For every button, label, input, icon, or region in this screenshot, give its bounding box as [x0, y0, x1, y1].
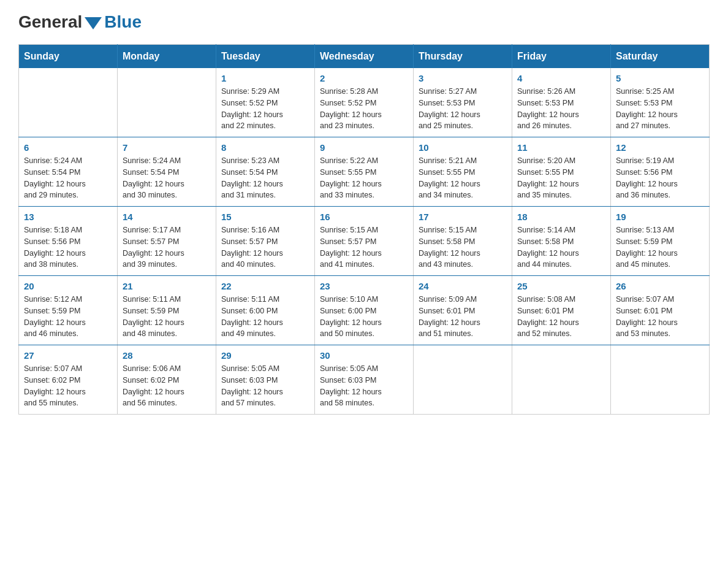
day-number: 19: [616, 212, 704, 222]
calendar-cell: 19Sunrise: 5:13 AM Sunset: 5:59 PM Dayli…: [611, 207, 710, 276]
day-info: Sunrise: 5:06 AM Sunset: 6:02 PM Dayligh…: [123, 363, 211, 409]
calendar-cell: 24Sunrise: 5:09 AM Sunset: 6:01 PM Dayli…: [414, 276, 512, 345]
day-number: 1: [221, 73, 309, 83]
day-info: Sunrise: 5:12 AM Sunset: 5:59 PM Dayligh…: [24, 294, 112, 340]
day-number: 9: [320, 142, 408, 153]
day-info: Sunrise: 5:14 AM Sunset: 5:58 PM Dayligh…: [517, 224, 605, 270]
day-info: Sunrise: 5:07 AM Sunset: 6:02 PM Dayligh…: [24, 363, 112, 409]
calendar-week-row: 27Sunrise: 5:07 AM Sunset: 6:02 PM Dayli…: [19, 345, 710, 415]
day-info: Sunrise: 5:19 AM Sunset: 5:56 PM Dayligh…: [616, 155, 704, 201]
calendar-cell: 29Sunrise: 5:05 AM Sunset: 6:03 PM Dayli…: [216, 345, 315, 415]
day-number: 15: [221, 212, 309, 222]
day-number: 24: [419, 281, 507, 291]
logo-triangle-icon: [85, 17, 102, 29]
calendar-cell: 2Sunrise: 5:28 AM Sunset: 5:52 PM Daylig…: [315, 68, 414, 137]
day-number: 17: [419, 212, 507, 222]
calendar-week-row: 13Sunrise: 5:18 AM Sunset: 5:56 PM Dayli…: [19, 207, 710, 276]
day-info: Sunrise: 5:17 AM Sunset: 5:57 PM Dayligh…: [123, 224, 211, 270]
calendar-cell: 16Sunrise: 5:15 AM Sunset: 5:57 PM Dayli…: [315, 207, 414, 276]
calendar-cell: [512, 345, 611, 415]
logo-general-text: General: [18, 12, 82, 32]
calendar-cell: [611, 345, 710, 415]
day-number: 30: [320, 350, 408, 361]
day-number: 12: [616, 142, 704, 153]
calendar-cell: 12Sunrise: 5:19 AM Sunset: 5:56 PM Dayli…: [611, 137, 710, 207]
day-info: Sunrise: 5:24 AM Sunset: 5:54 PM Dayligh…: [123, 155, 211, 201]
calendar-cell: 14Sunrise: 5:17 AM Sunset: 5:57 PM Dayli…: [118, 207, 216, 276]
day-number: 25: [517, 281, 605, 291]
weekday-header-sunday: Sunday: [19, 45, 118, 69]
calendar-cell: 22Sunrise: 5:11 AM Sunset: 6:00 PM Dayli…: [216, 276, 315, 345]
day-info: Sunrise: 5:11 AM Sunset: 5:59 PM Dayligh…: [123, 294, 211, 340]
day-number: 13: [24, 212, 112, 222]
day-number: 10: [419, 142, 507, 153]
calendar-cell: 6Sunrise: 5:24 AM Sunset: 5:54 PM Daylig…: [19, 137, 118, 207]
calendar-week-row: 1Sunrise: 5:29 AM Sunset: 5:52 PM Daylig…: [19, 68, 710, 137]
weekday-header-tuesday: Tuesday: [216, 45, 315, 69]
day-number: 29: [221, 350, 309, 361]
day-number: 11: [517, 142, 605, 153]
calendar-cell: 27Sunrise: 5:07 AM Sunset: 6:02 PM Dayli…: [19, 345, 118, 415]
weekday-header-monday: Monday: [118, 45, 216, 69]
day-info: Sunrise: 5:23 AM Sunset: 5:54 PM Dayligh…: [221, 155, 309, 201]
day-info: Sunrise: 5:07 AM Sunset: 6:01 PM Dayligh…: [616, 294, 704, 340]
day-info: Sunrise: 5:09 AM Sunset: 6:01 PM Dayligh…: [419, 294, 507, 340]
day-info: Sunrise: 5:24 AM Sunset: 5:54 PM Dayligh…: [24, 155, 112, 201]
day-info: Sunrise: 5:05 AM Sunset: 6:03 PM Dayligh…: [320, 363, 408, 409]
day-info: Sunrise: 5:18 AM Sunset: 5:56 PM Dayligh…: [24, 224, 112, 270]
day-info: Sunrise: 5:15 AM Sunset: 5:57 PM Dayligh…: [320, 224, 408, 270]
day-number: 16: [320, 212, 408, 222]
calendar-cell: 9Sunrise: 5:22 AM Sunset: 5:55 PM Daylig…: [315, 137, 414, 207]
calendar-cell: 18Sunrise: 5:14 AM Sunset: 5:58 PM Dayli…: [512, 207, 611, 276]
weekday-header-row: SundayMondayTuesdayWednesdayThursdayFrid…: [19, 45, 710, 69]
calendar-cell: 15Sunrise: 5:16 AM Sunset: 5:57 PM Dayli…: [216, 207, 315, 276]
weekday-header-wednesday: Wednesday: [315, 45, 414, 69]
weekday-header-thursday: Thursday: [414, 45, 512, 69]
day-info: Sunrise: 5:11 AM Sunset: 6:00 PM Dayligh…: [221, 294, 309, 340]
day-number: 2: [320, 73, 408, 83]
calendar-cell: [118, 68, 216, 137]
day-info: Sunrise: 5:16 AM Sunset: 5:57 PM Dayligh…: [221, 224, 309, 270]
logo-blue-text: Blue: [104, 12, 142, 32]
day-info: Sunrise: 5:28 AM Sunset: 5:52 PM Dayligh…: [320, 86, 408, 132]
calendar-cell: 11Sunrise: 5:20 AM Sunset: 5:55 PM Dayli…: [512, 137, 611, 207]
calendar-cell: 4Sunrise: 5:26 AM Sunset: 5:53 PM Daylig…: [512, 68, 611, 137]
calendar-cell: 28Sunrise: 5:06 AM Sunset: 6:02 PM Dayli…: [118, 345, 216, 415]
calendar-cell: 30Sunrise: 5:05 AM Sunset: 6:03 PM Dayli…: [315, 345, 414, 415]
day-info: Sunrise: 5:27 AM Sunset: 5:53 PM Dayligh…: [419, 86, 507, 132]
calendar-cell: 23Sunrise: 5:10 AM Sunset: 6:00 PM Dayli…: [315, 276, 414, 345]
day-number: 6: [24, 142, 112, 153]
day-info: Sunrise: 5:05 AM Sunset: 6:03 PM Dayligh…: [221, 363, 309, 409]
calendar-cell: 13Sunrise: 5:18 AM Sunset: 5:56 PM Dayli…: [19, 207, 118, 276]
day-number: 18: [517, 212, 605, 222]
calendar-cell: 17Sunrise: 5:15 AM Sunset: 5:58 PM Dayli…: [414, 207, 512, 276]
day-number: 28: [123, 350, 211, 361]
calendar-cell: 3Sunrise: 5:27 AM Sunset: 5:53 PM Daylig…: [414, 68, 512, 137]
day-info: Sunrise: 5:22 AM Sunset: 5:55 PM Dayligh…: [320, 155, 408, 201]
day-number: 8: [221, 142, 309, 153]
day-info: Sunrise: 5:13 AM Sunset: 5:59 PM Dayligh…: [616, 224, 704, 270]
day-number: 20: [24, 281, 112, 291]
calendar-cell: 21Sunrise: 5:11 AM Sunset: 5:59 PM Dayli…: [118, 276, 216, 345]
calendar-cell: [19, 68, 118, 137]
day-number: 22: [221, 281, 309, 291]
day-info: Sunrise: 5:21 AM Sunset: 5:55 PM Dayligh…: [419, 155, 507, 201]
day-info: Sunrise: 5:10 AM Sunset: 6:00 PM Dayligh…: [320, 294, 408, 340]
logo: General Blue: [18, 12, 142, 32]
day-number: 26: [616, 281, 704, 291]
calendar-table: SundayMondayTuesdayWednesdayThursdayFrid…: [18, 44, 710, 415]
calendar-cell: 8Sunrise: 5:23 AM Sunset: 5:54 PM Daylig…: [216, 137, 315, 207]
calendar-cell: 26Sunrise: 5:07 AM Sunset: 6:01 PM Dayli…: [611, 276, 710, 345]
calendar-cell: [414, 345, 512, 415]
day-number: 5: [616, 73, 704, 83]
day-info: Sunrise: 5:08 AM Sunset: 6:01 PM Dayligh…: [517, 294, 605, 340]
day-info: Sunrise: 5:25 AM Sunset: 5:53 PM Dayligh…: [616, 86, 704, 132]
calendar-cell: 5Sunrise: 5:25 AM Sunset: 5:53 PM Daylig…: [611, 68, 710, 137]
day-number: 3: [419, 73, 507, 83]
day-info: Sunrise: 5:26 AM Sunset: 5:53 PM Dayligh…: [517, 86, 605, 132]
weekday-header-friday: Friday: [512, 45, 611, 69]
weekday-header-saturday: Saturday: [611, 45, 710, 69]
day-info: Sunrise: 5:29 AM Sunset: 5:52 PM Dayligh…: [221, 86, 309, 132]
day-number: 23: [320, 281, 408, 291]
calendar-week-row: 20Sunrise: 5:12 AM Sunset: 5:59 PM Dayli…: [19, 276, 710, 345]
